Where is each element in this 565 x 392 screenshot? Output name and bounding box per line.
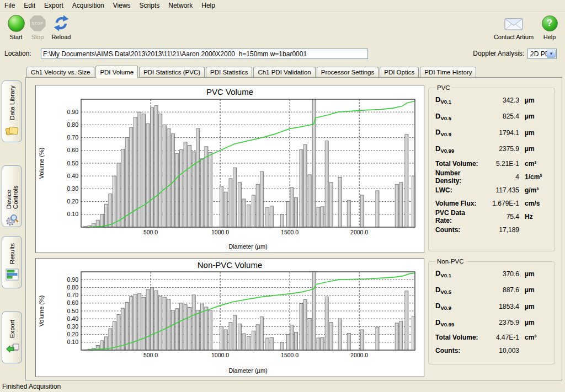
- stat-value: 825.4: [483, 112, 519, 120]
- svg-text:1000.0: 1000.0: [211, 229, 229, 235]
- chevron-down-icon[interactable]: ▼: [547, 50, 556, 58]
- nonpvc-stats-title: Non-PVC: [435, 258, 466, 265]
- help-label: Help: [543, 34, 556, 40]
- stat-label: DV0.99: [435, 144, 483, 154]
- stat-label: Total Volume:: [435, 160, 483, 168]
- svg-text:0.40: 0.40: [67, 315, 79, 322]
- menu-item-file[interactable]: File: [0, 1, 19, 10]
- start-button[interactable]: Start: [6, 14, 26, 40]
- sidebar-item-data-library[interactable]: Data Library: [2, 80, 22, 142]
- stat-value: 2375.9: [483, 145, 519, 153]
- stat-row: Counts:17,189: [435, 223, 549, 237]
- help-button[interactable]: ? Help: [540, 14, 559, 40]
- svg-text:0.90: 0.90: [67, 276, 79, 283]
- svg-text:1500.0: 1500.0: [281, 229, 299, 235]
- pvc-chart-svg: PVC Volume0.100.200.300.400.500.600.700.…: [36, 85, 424, 253]
- stat-label: PVC Data Rate:: [435, 209, 483, 224]
- svg-text:Volume (%): Volume (%): [38, 148, 45, 179]
- tab-pdi-statistics-pvc-[interactable]: PDI Statistics (PVC): [139, 67, 205, 77]
- tab-page-pdi-volume: PVC Volume0.100.200.300.400.500.600.700.…: [25, 77, 562, 380]
- menu-item-edit[interactable]: Edit: [19, 1, 40, 10]
- bar-chart-icon: [5, 268, 19, 281]
- stat-row: Counts:10,003: [435, 344, 549, 357]
- tab-pdi-statistics[interactable]: PDI Statistics: [206, 67, 252, 77]
- nonpvc-stats-body: DV0.1370.6µmDV0.5887.6µmDV0.91853.4µmDV0…: [435, 266, 549, 357]
- stop-icon: STOP: [30, 15, 46, 31]
- stat-row: DV0.992375.9µm: [435, 141, 549, 158]
- location-input[interactable]: [41, 49, 368, 59]
- menu-item-network[interactable]: Network: [164, 1, 197, 10]
- stat-row: Total Volume:4.47E-1cm³: [435, 331, 549, 344]
- svg-text:0.80: 0.80: [67, 284, 79, 291]
- nonpvc-stats-groupbox: Non-PVC DV0.1370.6µmDV0.5887.6µmDV0.9185…: [428, 258, 555, 364]
- svg-text:0.50: 0.50: [67, 160, 79, 167]
- stat-unit: µm: [519, 129, 549, 137]
- svg-text:1500.0: 1500.0: [281, 352, 299, 358]
- tab-pdi-volume[interactable]: PDI Volume: [95, 66, 138, 78]
- svg-text:0.40: 0.40: [67, 173, 79, 179]
- menu-item-help[interactable]: Help: [197, 1, 220, 10]
- location-label: Location:: [4, 50, 31, 57]
- svg-text:Non-PVC Volume: Non-PVC Volume: [198, 260, 263, 270]
- stat-unit: cm/s: [519, 200, 549, 207]
- svg-text:0.60: 0.60: [67, 299, 79, 306]
- stat-label: LWC:: [435, 186, 483, 194]
- svg-text:0.70: 0.70: [67, 292, 79, 298]
- svg-text:0.30: 0.30: [67, 185, 79, 192]
- svg-text:0.90: 0.90: [67, 109, 79, 115]
- stat-label: DV0.99: [435, 318, 483, 327]
- sidebar: Data Library Device Controls Results Exp…: [0, 65, 25, 380]
- stat-label: DV0.1: [435, 269, 483, 278]
- menu-item-scripts[interactable]: Scripts: [135, 1, 164, 10]
- doppler-analysis-select[interactable]: 2D PDI ▼: [527, 49, 557, 59]
- svg-text:0.30: 0.30: [67, 323, 79, 330]
- sidebar-item-export[interactable]: Export: [2, 312, 22, 363]
- tab-processor-settings[interactable]: Processor Settings: [317, 67, 379, 77]
- tab-pdi-optics[interactable]: PDI Optics: [380, 67, 419, 77]
- stat-value: 887.6: [483, 286, 519, 294]
- stat-row: Total Volume:5.21E-1cm³: [435, 157, 549, 170]
- gears-icon: [5, 213, 19, 227]
- stat-row: PVC Data Rate:75.4Hz: [435, 210, 549, 223]
- stat-value: 1.679E-1: [483, 200, 519, 207]
- reload-label: Reload: [52, 34, 71, 40]
- stat-unit: µm: [519, 145, 549, 153]
- export-arrow-icon: [5, 342, 19, 355]
- envelope-icon: [504, 16, 524, 31]
- menu-item-views[interactable]: Views: [109, 1, 135, 10]
- stat-label: DV0.9: [435, 302, 483, 311]
- tab-ch1-pdi-validation[interactable]: Ch1 PDI Validation: [253, 67, 315, 77]
- stat-value: 4: [483, 173, 519, 181]
- stat-label: Total Volume:: [435, 334, 483, 341]
- help-icon: ?: [542, 15, 558, 31]
- menu-item-acquisition[interactable]: Acquisition: [68, 1, 109, 10]
- svg-text:0.20: 0.20: [67, 198, 79, 205]
- stop-button: STOP Stop: [27, 14, 48, 40]
- sidebar-item-label: Data Library: [9, 85, 15, 120]
- status-text: Finished Acquisition: [2, 383, 61, 390]
- tab-pdi-time-history[interactable]: PDI Time History: [420, 67, 476, 77]
- pvc-volume-chart-panel: PVC Volume0.100.200.300.400.500.600.700.…: [35, 85, 424, 253]
- sidebar-item-label: Device Controls: [6, 166, 19, 209]
- location-bar: Location: Doppler Analysis: 2D PDI ▼: [0, 47, 565, 61]
- svg-text:0.10: 0.10: [67, 339, 79, 345]
- svg-text:500.0: 500.0: [143, 352, 158, 358]
- stat-unit: µm: [519, 112, 549, 120]
- stat-label: Volume Flux:: [435, 200, 483, 207]
- menu-item-export[interactable]: Export: [40, 1, 68, 10]
- stat-label: Counts:: [435, 226, 483, 234]
- svg-text:0.10: 0.10: [67, 211, 79, 217]
- stat-label: Number Density:: [435, 169, 483, 185]
- svg-text:0.20: 0.20: [67, 331, 79, 337]
- contact-artium-label: Contact Artium: [494, 34, 534, 40]
- sidebar-item-results[interactable]: Results: [2, 236, 22, 288]
- toolbar: Start STOP Stop Reload Contact Artium: [0, 12, 565, 46]
- sidebar-item-device-controls[interactable]: Device Controls: [2, 165, 22, 227]
- tab-ch1-velocity-vs-size[interactable]: Ch1 Velocity vs. Size: [26, 67, 94, 77]
- stat-row: DV0.91853.4µm: [435, 298, 549, 315]
- contact-artium-button[interactable]: Contact Artium: [491, 14, 536, 40]
- status-bar: Finished Acquisition: [0, 380, 565, 392]
- reload-button[interactable]: Reload: [49, 14, 74, 40]
- svg-text:2000.0: 2000.0: [350, 352, 368, 358]
- stat-unit: Hz: [519, 213, 549, 221]
